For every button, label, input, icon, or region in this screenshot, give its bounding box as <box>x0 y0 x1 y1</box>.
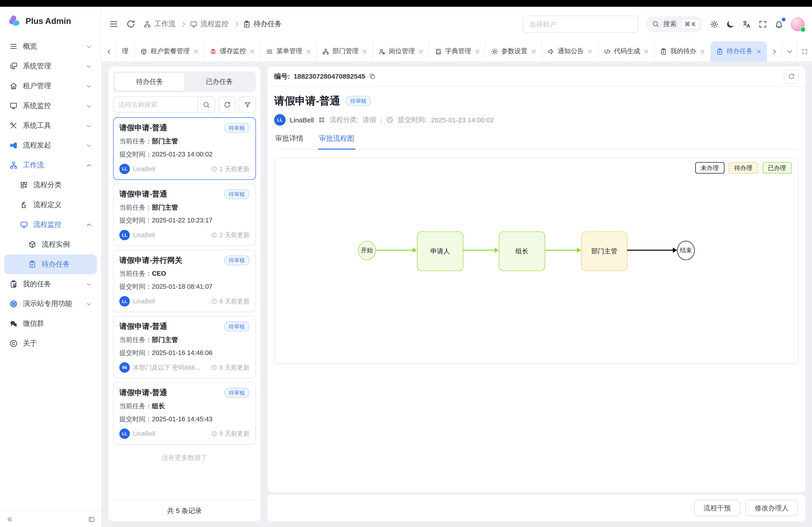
tab-approval-detail[interactable]: 审批详情 <box>274 134 304 149</box>
search-icon <box>203 101 210 108</box>
legend-pending: 待办理 <box>728 162 758 174</box>
close-icon[interactable] <box>756 49 762 54</box>
task-card[interactable]: 请假申请-并行网关待审核 当前任务：CEO 提交时间：2025-01-18 08… <box>113 250 256 312</box>
close-icon[interactable] <box>250 49 255 54</box>
tab-done-tasks[interactable]: 已办任务 <box>185 73 255 91</box>
sidebar-item-flow-launch[interactable]: 流程发起 <box>4 135 97 155</box>
task-card[interactable]: 请假申请-普通待审核 当前任务：部门主管 提交时间：2025-01-23 14:… <box>113 117 256 180</box>
tab-my-todo[interactable]: 我的待办 <box>655 41 711 62</box>
dark-mode-moon-icon[interactable] <box>726 20 735 28</box>
breadcrumb-todo-tasks[interactable]: 待办任务 <box>243 19 282 29</box>
sidebar-item-system-monitor[interactable]: 系统监控 <box>4 96 97 116</box>
change-assignee-button[interactable]: 修改办理人 <box>745 500 798 516</box>
flow-id: 1882307280470892545 <box>294 72 365 80</box>
close-icon[interactable] <box>644 49 649 54</box>
notifications-bell-icon[interactable] <box>774 20 783 28</box>
breadcrumb-workflow[interactable]: 工作流 <box>143 19 175 29</box>
sidebar-item-workflow[interactable]: 工作流 <box>4 155 97 175</box>
tabs-scroll-left-button[interactable] <box>102 41 117 62</box>
detail-id-row: 编号: 1882307280470892545 <box>267 67 805 87</box>
chevron-down-icon <box>86 63 91 69</box>
refresh-list-button[interactable] <box>218 96 235 113</box>
flow-node-dept-manager[interactable]: 部门主管 <box>581 231 627 271</box>
close-icon[interactable] <box>588 49 593 54</box>
wechat-icon <box>10 320 18 328</box>
book-icon <box>435 48 442 55</box>
sidebar-item-overview[interactable]: 概览 <box>4 36 97 56</box>
submit-time-label: 提交时间： <box>119 151 152 158</box>
filter-button[interactable] <box>238 96 256 113</box>
close-icon[interactable] <box>475 49 480 54</box>
close-icon[interactable] <box>362 49 367 54</box>
user-name: LinaBell <box>133 430 208 437</box>
close-icon[interactable] <box>531 49 536 54</box>
task-card[interactable]: 请假申请-普通待审核 当前任务：组长 提交时间：2025-01-16 14:45… <box>113 382 256 445</box>
breadcrumb-flow-monitor[interactable]: 流程监控 <box>189 19 229 29</box>
sidebar-item-system-mgmt[interactable]: 系统管理 <box>4 56 97 76</box>
sidebar-item-flow-definition[interactable]: 流程定义 <box>4 195 97 215</box>
fullscreen-icon <box>802 48 808 55</box>
collapse-sidebar-icon[interactable] <box>6 516 13 523</box>
sidebar-item-todo-tasks[interactable]: 待办任务 <box>4 255 97 274</box>
user-name: LinaBell <box>133 298 208 305</box>
sidebar-item-tenant-mgmt[interactable]: 租户管理 <box>4 76 97 96</box>
close-icon[interactable] <box>306 49 311 54</box>
flow-node-end[interactable]: 结束 <box>677 241 695 260</box>
sidebar-item-flow-category[interactable]: 流程分类 <box>4 175 97 195</box>
tab-todo-tasks-active[interactable]: 待办任务 <box>711 41 767 62</box>
copy-icon[interactable] <box>369 73 376 80</box>
settings-gear-icon[interactable] <box>710 20 719 28</box>
flow-intervene-button[interactable]: 流程干预 <box>694 500 740 516</box>
translate-icon[interactable] <box>742 20 751 28</box>
flow-arrow <box>627 250 673 251</box>
panel-toggle-icon[interactable] <box>88 516 95 523</box>
flow-node-start[interactable]: 开始 <box>358 241 376 260</box>
tab-post-mgmt[interactable]: 岗位管理 <box>373 41 430 62</box>
close-icon[interactable] <box>193 49 199 54</box>
chevron-up-icon <box>86 162 91 168</box>
sidebar-item-demo-features[interactable]: 演示站专用功能 <box>4 294 97 314</box>
sidebar-item-about[interactable]: 关于 <box>4 334 97 353</box>
close-icon[interactable] <box>418 49 424 54</box>
task-card[interactable]: 请假申请-普通待审核 当前任务：部门主管 提交时间：2025-01-16 14:… <box>113 316 256 378</box>
tab-todo-tasks[interactable]: 待办任务 <box>115 73 185 91</box>
sidebar-item-my-tasks[interactable]: 我的任务 <box>4 274 97 294</box>
status-badge: 待审核 <box>224 189 249 199</box>
avatar: LL <box>119 230 130 240</box>
hamburger-menu-icon[interactable] <box>109 19 118 29</box>
tab-approval-flowchart[interactable]: 审批流程图 <box>318 134 355 149</box>
refresh-page-icon[interactable] <box>126 19 135 29</box>
tab-menu-mgmt[interactable]: 菜单管理 <box>261 41 317 62</box>
sidebar-item-system-tools[interactable]: 系统工具 <box>4 116 97 135</box>
breadcrumb: 工作流 流程监控 待办任务 <box>143 19 281 29</box>
sidebar-item-wechat-group[interactable]: 微信群 <box>4 314 97 334</box>
tab-dict-mgmt[interactable]: 字典管理 <box>430 41 486 62</box>
tab-dept-mgmt[interactable]: 部门管理 <box>317 41 373 62</box>
close-icon[interactable] <box>700 49 705 54</box>
content-fullscreen-button[interactable] <box>797 41 812 62</box>
flow-node-group-leader[interactable]: 组长 <box>499 231 545 271</box>
tab-params[interactable]: 参数设置 <box>486 41 542 62</box>
flow-name-search-input[interactable] <box>114 97 198 112</box>
tenant-select[interactable] <box>523 15 638 32</box>
tab-cache-monitor[interactable]: 缓存监控 <box>204 41 261 62</box>
flow-node-applicant[interactable]: 申请人 <box>417 231 464 271</box>
clock-icon <box>386 116 394 123</box>
global-search[interactable]: 搜索 ⌘ K <box>646 16 702 32</box>
fullscreen-icon[interactable] <box>758 20 767 28</box>
task-card[interactable]: 请假申请-普通待审核 当前任务：部门主管 提交时间：2025-01-22 10:… <box>113 183 256 246</box>
tab-tenant-package[interactable]: 租户套餐管理 <box>135 41 204 62</box>
flowchart-canvas[interactable]: 未办理 待办理 已办理 开始 申请人 组长 部门主管 <box>274 158 798 364</box>
tab-clipped[interactable]: 理 <box>117 41 135 62</box>
tabs-scroll-right-button[interactable] <box>767 41 782 62</box>
search-button[interactable] <box>198 97 215 112</box>
sidebar-item-flow-monitor[interactable]: 流程监控 <box>4 215 97 235</box>
tab-code-gen[interactable]: 代码生成 <box>598 41 655 62</box>
tab-notice[interactable]: 通知公告 <box>542 41 598 62</box>
refresh-detail-button[interactable] <box>784 69 798 84</box>
tenant-select-input[interactable] <box>528 20 633 28</box>
user-avatar[interactable] <box>791 17 804 31</box>
status-badge: 待审核 <box>345 96 371 106</box>
tabs-dropdown-button[interactable] <box>782 41 797 62</box>
sidebar-item-flow-instance[interactable]: 流程实例 <box>4 235 97 255</box>
